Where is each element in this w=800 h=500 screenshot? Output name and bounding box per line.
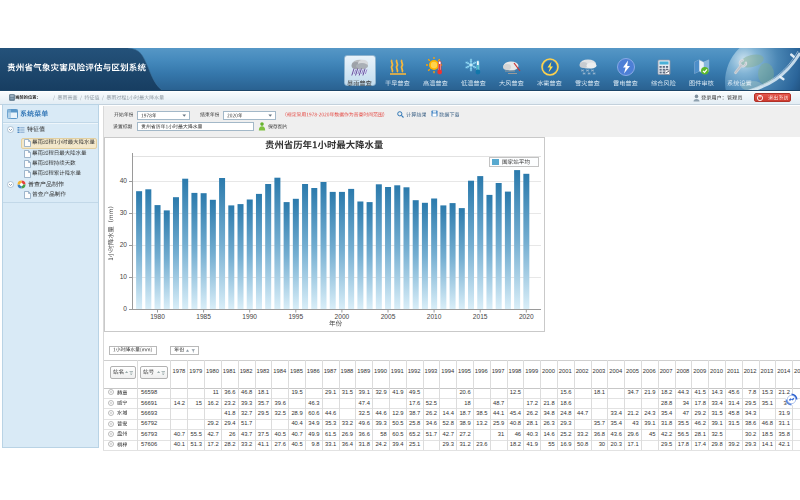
svg-text:1995: 1995 (288, 313, 303, 320)
svg-text:2000: 2000 (334, 313, 349, 320)
svg-text:2005: 2005 (380, 313, 395, 320)
svg-text:1985: 1985 (196, 313, 211, 320)
svg-text:20: 20 (119, 241, 127, 248)
svg-text:1990: 1990 (242, 313, 257, 320)
svg-text:40: 40 (119, 177, 127, 184)
svg-text:10: 10 (119, 273, 127, 280)
svg-text:1980: 1980 (150, 313, 165, 320)
svg-text:30: 30 (119, 209, 127, 216)
svg-text:2010: 2010 (426, 313, 441, 320)
svg-text:2015: 2015 (472, 313, 487, 320)
svg-text:0: 0 (123, 305, 127, 312)
svg-text:2020: 2020 (518, 313, 533, 320)
